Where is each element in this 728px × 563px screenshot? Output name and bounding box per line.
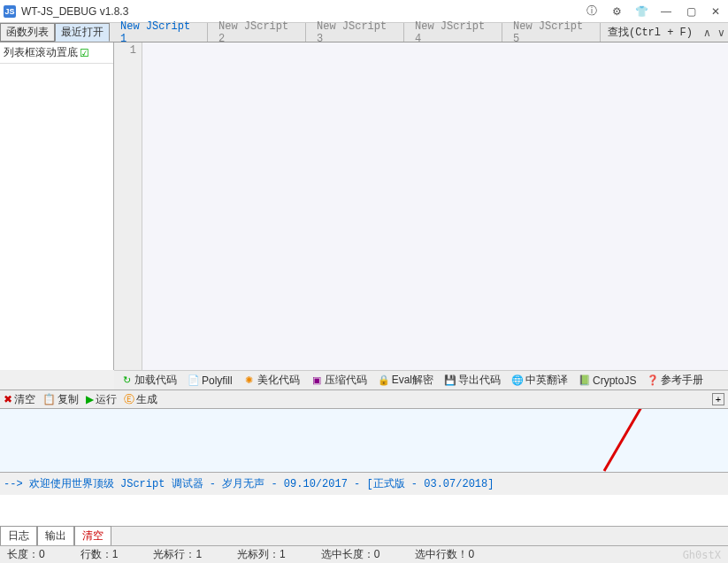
book-icon: 📗: [579, 374, 591, 387]
code-area[interactable]: [142, 42, 728, 370]
status-sel-lines: 选中行数！0: [415, 547, 474, 562]
polyfill-button[interactable]: 📄Polyfill: [185, 374, 235, 388]
window-title: WT-JS_DEBUG v1.8.3: [21, 5, 583, 18]
add-button[interactable]: +: [712, 393, 724, 405]
svg-line-1: [604, 409, 666, 471]
line-number: 1: [114, 44, 136, 57]
code-editor[interactable]: 1: [114, 42, 728, 370]
sidebar: 列表框滚动置底 ☑: [0, 42, 114, 370]
clear-label: 清空: [14, 392, 35, 407]
compress-label: 压缩代码: [325, 373, 367, 388]
tab-next-icon[interactable]: ∨: [714, 23, 728, 42]
status-cursor-line: 光标行：1: [153, 547, 202, 562]
clear-button[interactable]: ✖清空: [4, 392, 35, 407]
bottombar: 日志 输出 清空: [0, 526, 728, 545]
tab-log[interactable]: 日志: [0, 526, 37, 546]
checkbox-icon[interactable]: ☑: [80, 47, 89, 59]
filetab-3[interactable]: New JScript 3: [306, 23, 404, 42]
status-cursor-col: 光标列：1: [237, 547, 286, 562]
filetabs: New JScript 1 New JScript 2 New JScript …: [110, 23, 601, 42]
sidebar-header[interactable]: 列表框滚动置底 ☑: [0, 42, 113, 64]
content-gap: [0, 495, 728, 526]
window-controls: ⓘ ⚙ 👕 — ▢ ✕: [583, 3, 724, 20]
filetab-1[interactable]: New JScript 1: [110, 23, 208, 42]
run-label: 运行: [96, 392, 117, 407]
help-icon: ❓: [647, 374, 659, 387]
eval-label: Eval解密: [392, 373, 433, 388]
app-logo: JS: [4, 5, 16, 18]
export-button[interactable]: 💾导出代码: [441, 372, 503, 389]
status-lines: 行数：1: [80, 547, 119, 562]
filetab-4[interactable]: New JScript 4: [404, 23, 502, 42]
tab-clear[interactable]: 清空: [74, 526, 111, 546]
status-sel-len: 选中长度：0: [321, 547, 380, 562]
watermark: Gh0stX: [683, 549, 721, 561]
maximize-icon[interactable]: ▢: [682, 3, 700, 20]
sidebar-header-label: 列表框滚动置底: [4, 45, 78, 60]
main-area: 列表框滚动置底 ☑ 1: [0, 42, 728, 370]
gen-label: 生成: [136, 392, 157, 407]
filetab-2[interactable]: New JScript 2: [208, 23, 306, 42]
settings-icon[interactable]: ⚙: [608, 3, 625, 20]
cryptojs-label: CryptoJS: [593, 374, 636, 387]
manual-button[interactable]: ❓参考手册: [644, 372, 706, 389]
sidetab-funcs[interactable]: 函数列表: [0, 23, 55, 42]
beautify-label: 美化代码: [257, 373, 300, 388]
lock-icon: 🔒: [378, 374, 390, 387]
manual-label: 参考手册: [661, 373, 703, 388]
filetab-5[interactable]: New JScript 5: [502, 23, 601, 42]
compress-icon: ▣: [310, 374, 323, 387]
shirt-icon[interactable]: 👕: [632, 3, 650, 20]
play-icon: ▶: [86, 393, 94, 405]
e-icon: Ⓔ: [124, 392, 134, 407]
sidetab-recent[interactable]: 最近打开: [55, 23, 110, 42]
eval-button[interactable]: 🔒Eval解密: [375, 372, 436, 389]
annotation-arrow: [586, 409, 693, 473]
load-code-button[interactable]: ↻加载代码: [118, 372, 180, 389]
translate-icon: 🌐: [511, 374, 524, 387]
search-label[interactable]: 查找(Ctrl + F): [601, 23, 700, 42]
status-length: 长度：0: [7, 547, 45, 562]
output-panel[interactable]: [0, 409, 728, 473]
close-icon[interactable]: ✕: [707, 3, 724, 20]
tabbar: 函数列表 最近打开 New JScript 1 New JScript 2 Ne…: [0, 23, 728, 42]
generate-button[interactable]: Ⓔ生成: [124, 392, 157, 407]
run-button[interactable]: ▶运行: [86, 392, 117, 407]
copy-icon: 📋: [42, 393, 56, 405]
editor-toolbar: ↻加载代码 📄Polyfill ✺美化代码 ▣压缩代码 🔒Eval解密 💾导出代…: [114, 370, 728, 389]
translate-button[interactable]: 🌐中英翻译: [509, 372, 571, 389]
polyfill-label: Polyfill: [202, 374, 233, 387]
minimize-icon[interactable]: —: [657, 3, 675, 20]
cryptojs-button[interactable]: 📗CryptoJS: [576, 374, 639, 388]
translate-label: 中英翻译: [525, 373, 568, 388]
actionbar: ✖清空 📋复制 ▶运行 Ⓔ生成 +: [0, 389, 728, 409]
copy-button[interactable]: 📋复制: [42, 392, 79, 407]
info-icon[interactable]: ⓘ: [583, 3, 601, 20]
export-label: 导出代码: [458, 373, 501, 388]
compress-button[interactable]: ▣压缩代码: [308, 372, 370, 389]
statusbar: 长度：0 行数：1 光标行：1 光标列：1 选中长度：0 选中行数！0 Gh0s…: [0, 545, 728, 563]
refresh-icon: ↻: [120, 374, 133, 387]
tab-prev-icon[interactable]: ∧: [700, 23, 714, 42]
tab-output[interactable]: 输出: [37, 526, 74, 546]
copy-label: 复制: [57, 392, 79, 407]
line-gutter: 1: [114, 42, 142, 370]
save-icon: 💾: [444, 374, 456, 387]
star-icon: ✺: [243, 374, 256, 387]
beautify-button[interactable]: ✺美化代码: [241, 372, 303, 389]
file-icon: 📄: [188, 374, 200, 387]
welcome-message: --> 欢迎使用世界顶级 JScript 调试器 - 岁月无声 - 09.10/…: [0, 473, 728, 495]
load-label: 加载代码: [134, 373, 177, 388]
x-icon: ✖: [4, 393, 12, 405]
